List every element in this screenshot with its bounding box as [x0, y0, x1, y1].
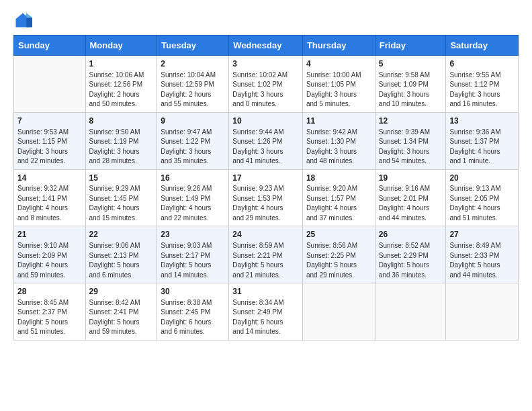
day-number: 21 [17, 229, 82, 240]
day-cell: 4Sunrise: 10:00 AMSunset: 1:05 PMDayligh… [302, 56, 375, 113]
day-info: Sunrise: 8:59 AMSunset: 2:21 PMDaylight:… [232, 241, 299, 280]
day-number: 14 [17, 173, 82, 184]
day-cell [302, 283, 375, 340]
day-info: Sunrise: 9:58 AMSunset: 1:09 PMDaylight:… [379, 71, 443, 109]
day-cell: 1Sunrise: 10:06 AMSunset: 12:56 PMDaylig… [85, 56, 157, 113]
day-number: 9 [161, 116, 225, 127]
day-number: 4 [306, 58, 371, 70]
day-cell: 17Sunrise: 9:23 AMSunset: 1:53 PMDayligh… [229, 169, 303, 226]
svg-marker-2 [26, 13, 32, 18]
day-number: 29 [89, 286, 154, 298]
day-info: Sunrise: 9:20 AMSunset: 1:57 PMDaylight:… [306, 184, 371, 223]
day-cell: 30Sunrise: 8:38 AMSunset: 2:45 PMDayligh… [157, 283, 229, 340]
day-cell: 25Sunrise: 8:56 AMSunset: 2:25 PMDayligh… [302, 226, 375, 283]
col-header-saturday: Saturday [446, 36, 519, 56]
header-row: SundayMondayTuesdayWednesdayThursdayFrid… [14, 36, 519, 56]
day-info: Sunrise: 8:56 AMSunset: 2:25 PMDaylight:… [306, 241, 371, 280]
day-info: Sunrise: 9:26 AMSunset: 1:49 PMDaylight:… [161, 184, 225, 223]
day-cell: 21Sunrise: 9:10 AMSunset: 2:09 PMDayligh… [14, 226, 86, 283]
day-number: 26 [379, 229, 443, 240]
page: SundayMondayTuesdayWednesdayThursdayFrid… [0, 0, 532, 349]
col-header-thursday: Thursday [302, 36, 375, 56]
logo [13, 11, 35, 30]
day-number: 20 [449, 173, 515, 184]
day-cell [375, 283, 446, 340]
day-cell: 5Sunrise: 9:58 AMSunset: 1:09 PMDaylight… [375, 56, 446, 113]
week-row-2: 14Sunrise: 9:32 AMSunset: 1:41 PMDayligh… [14, 169, 519, 226]
day-cell: 7Sunrise: 9:53 AMSunset: 1:15 PMDaylight… [14, 112, 86, 169]
day-number: 1 [89, 58, 154, 70]
day-cell: 16Sunrise: 9:26 AMSunset: 1:49 PMDayligh… [157, 169, 229, 226]
day-number: 7 [17, 116, 82, 127]
day-number: 23 [161, 229, 225, 240]
col-header-monday: Monday [85, 36, 157, 56]
logo-icon [13, 11, 32, 30]
day-cell: 29Sunrise: 8:42 AMSunset: 2:41 PMDayligh… [85, 283, 157, 340]
day-info: Sunrise: 10:02 AMSunset: 1:02 PMDaylight… [232, 71, 299, 109]
week-row-4: 28Sunrise: 8:45 AMSunset: 2:37 PMDayligh… [14, 283, 519, 340]
day-number: 12 [379, 116, 443, 127]
day-info: Sunrise: 9:23 AMSunset: 1:53 PMDaylight:… [232, 184, 299, 223]
day-cell: 24Sunrise: 8:59 AMSunset: 2:21 PMDayligh… [229, 226, 303, 283]
day-number: 10 [232, 116, 299, 127]
day-cell: 8Sunrise: 9:50 AMSunset: 1:19 PMDaylight… [85, 112, 157, 169]
day-info: Sunrise: 9:29 AMSunset: 1:45 PMDaylight:… [89, 184, 154, 223]
day-cell: 14Sunrise: 9:32 AMSunset: 1:41 PMDayligh… [14, 169, 86, 226]
day-info: Sunrise: 9:47 AMSunset: 1:22 PMDaylight:… [161, 128, 225, 167]
day-cell: 9Sunrise: 9:47 AMSunset: 1:22 PMDaylight… [157, 112, 229, 169]
day-info: Sunrise: 8:34 AMSunset: 2:49 PMDaylight:… [232, 298, 299, 337]
day-cell: 18Sunrise: 9:20 AMSunset: 1:57 PMDayligh… [302, 169, 375, 226]
day-info: Sunrise: 9:36 AMSunset: 1:37 PMDaylight:… [449, 128, 515, 167]
day-cell: 20Sunrise: 9:13 AMSunset: 2:05 PMDayligh… [446, 169, 519, 226]
day-number: 16 [161, 173, 225, 184]
day-cell: 27Sunrise: 8:49 AMSunset: 2:33 PMDayligh… [446, 226, 519, 283]
day-number: 30 [161, 286, 225, 298]
day-info: Sunrise: 9:44 AMSunset: 1:26 PMDaylight:… [232, 128, 299, 167]
day-cell: 3Sunrise: 10:02 AMSunset: 1:02 PMDayligh… [229, 56, 303, 113]
day-info: Sunrise: 10:04 AMSunset: 12:59 PMDayligh… [161, 71, 225, 109]
day-number: 3 [232, 58, 299, 70]
day-cell: 26Sunrise: 8:52 AMSunset: 2:29 PMDayligh… [375, 226, 446, 283]
day-info: Sunrise: 8:38 AMSunset: 2:45 PMDaylight:… [161, 298, 225, 337]
col-header-wednesday: Wednesday [229, 36, 303, 56]
day-cell: 12Sunrise: 9:39 AMSunset: 1:34 PMDayligh… [375, 112, 446, 169]
day-info: Sunrise: 10:00 AMSunset: 1:05 PMDaylight… [306, 71, 371, 109]
day-cell: 28Sunrise: 8:45 AMSunset: 2:37 PMDayligh… [14, 283, 86, 340]
day-number: 19 [379, 173, 443, 184]
day-number: 15 [89, 173, 154, 184]
day-number: 8 [89, 116, 154, 127]
day-info: Sunrise: 9:06 AMSunset: 2:13 PMDaylight:… [89, 241, 154, 280]
day-cell: 31Sunrise: 8:34 AMSunset: 2:49 PMDayligh… [229, 283, 303, 340]
day-info: Sunrise: 8:52 AMSunset: 2:29 PMDaylight:… [379, 241, 443, 280]
day-info: Sunrise: 9:50 AMSunset: 1:19 PMDaylight:… [89, 128, 154, 167]
day-cell: 6Sunrise: 9:55 AMSunset: 1:12 PMDaylight… [446, 56, 519, 113]
col-header-sunday: Sunday [14, 36, 86, 56]
day-cell: 22Sunrise: 9:06 AMSunset: 2:13 PMDayligh… [85, 226, 157, 283]
day-number: 25 [306, 229, 371, 240]
day-cell: 15Sunrise: 9:29 AMSunset: 1:45 PMDayligh… [85, 169, 157, 226]
day-cell: 19Sunrise: 9:16 AMSunset: 2:01 PMDayligh… [375, 169, 446, 226]
calendar-table: SundayMondayTuesdayWednesdayThursdayFrid… [13, 35, 519, 340]
day-cell [446, 283, 519, 340]
day-number: 11 [306, 116, 371, 127]
day-info: Sunrise: 9:16 AMSunset: 2:01 PMDaylight:… [379, 184, 443, 223]
day-info: Sunrise: 9:53 AMSunset: 1:15 PMDaylight:… [17, 128, 82, 167]
day-cell: 11Sunrise: 9:42 AMSunset: 1:30 PMDayligh… [302, 112, 375, 169]
day-number: 27 [449, 229, 515, 240]
day-info: Sunrise: 9:39 AMSunset: 1:34 PMDaylight:… [379, 128, 443, 167]
day-info: Sunrise: 8:42 AMSunset: 2:41 PMDaylight:… [89, 298, 154, 337]
day-number: 28 [17, 286, 82, 298]
col-header-friday: Friday [375, 36, 446, 56]
header [13, 11, 519, 30]
day-cell: 23Sunrise: 9:03 AMSunset: 2:17 PMDayligh… [157, 226, 229, 283]
day-number: 5 [379, 58, 443, 70]
day-number: 31 [232, 286, 299, 298]
day-info: Sunrise: 9:10 AMSunset: 2:09 PMDaylight:… [17, 241, 82, 280]
day-number: 17 [232, 173, 299, 184]
week-row-1: 7Sunrise: 9:53 AMSunset: 1:15 PMDaylight… [14, 112, 519, 169]
day-info: Sunrise: 9:03 AMSunset: 2:17 PMDaylight:… [161, 241, 225, 280]
day-number: 22 [89, 229, 154, 240]
day-number: 24 [232, 229, 299, 240]
day-info: Sunrise: 9:55 AMSunset: 1:12 PMDaylight:… [449, 71, 515, 109]
day-number: 6 [449, 58, 515, 70]
